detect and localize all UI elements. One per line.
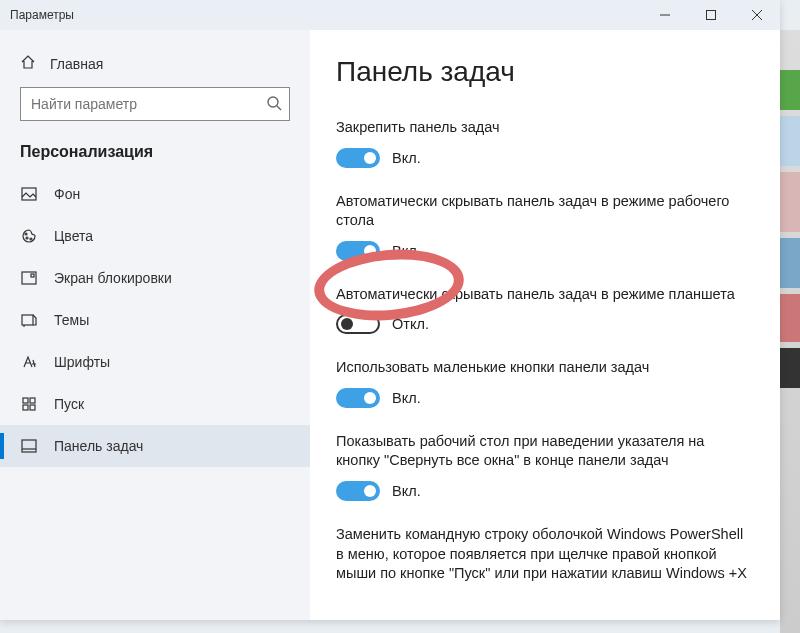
sidebar-item-themes[interactable]: Темы xyxy=(0,299,310,341)
setting-lock-taskbar: Закрепить панель задач Вкл. xyxy=(336,118,750,168)
sidebar: Главная Персонализация Фон Цвета Экра xyxy=(0,30,310,620)
search-icon xyxy=(266,95,282,115)
setting-autohide-tablet: Автоматически скрывать панель задач в ре… xyxy=(336,285,750,335)
toggle-autohide-desktop[interactable] xyxy=(336,241,380,261)
page-title: Панель задач xyxy=(336,56,750,88)
sidebar-nav: Фон Цвета Экран блокировки Темы Шрифты xyxy=(0,173,310,467)
maximize-button[interactable] xyxy=(688,0,734,30)
setting-label: Автоматически скрывать панель задач в ре… xyxy=(336,285,750,305)
themes-icon xyxy=(20,311,38,329)
svg-point-8 xyxy=(26,237,28,239)
nav-label: Шрифты xyxy=(54,354,110,370)
sidebar-item-fonts[interactable]: Шрифты xyxy=(0,341,310,383)
toggle-small-buttons[interactable] xyxy=(336,388,380,408)
sidebar-item-start[interactable]: Пуск xyxy=(0,383,310,425)
sidebar-item-colors[interactable]: Цвета xyxy=(0,215,310,257)
setting-label: Автоматически скрывать панель задач в ре… xyxy=(336,192,750,231)
nav-label: Панель задач xyxy=(54,438,143,454)
settings-window: Параметры Главная Персонализация Фон xyxy=(0,0,780,620)
fonts-icon xyxy=(20,353,38,371)
toggle-state: Вкл. xyxy=(392,390,421,406)
setting-powershell-replace: Заменить командную строку оболочкой Wind… xyxy=(336,525,750,584)
titlebar[interactable]: Параметры xyxy=(0,0,780,30)
search-input[interactable] xyxy=(20,87,290,121)
toggle-state: Вкл. xyxy=(392,150,421,166)
sidebar-section-heading: Персонализация xyxy=(0,143,310,173)
setting-label: Показывать рабочий стол при наведении ук… xyxy=(336,432,750,471)
close-button[interactable] xyxy=(734,0,780,30)
svg-line-5 xyxy=(277,106,281,110)
picture-icon xyxy=(20,185,38,203)
svg-rect-17 xyxy=(22,440,36,452)
palette-icon xyxy=(20,227,38,245)
window-title: Параметры xyxy=(0,8,642,22)
sidebar-item-home[interactable]: Главная xyxy=(0,48,310,87)
background-webpage-strip xyxy=(780,30,800,633)
setting-peek-desktop: Показывать рабочий стол при наведении ук… xyxy=(336,432,750,501)
lockscreen-icon xyxy=(20,269,38,287)
toggle-state: Откл. xyxy=(392,316,429,332)
svg-rect-15 xyxy=(23,405,28,410)
toggle-state: Вкл. xyxy=(392,243,421,259)
nav-label: Пуск xyxy=(54,396,84,412)
search-container xyxy=(20,87,290,121)
svg-point-9 xyxy=(30,238,32,240)
home-icon xyxy=(20,54,36,73)
toggle-peek-desktop[interactable] xyxy=(336,481,380,501)
svg-rect-14 xyxy=(30,398,35,403)
sidebar-item-taskbar[interactable]: Панель задач xyxy=(0,425,310,467)
minimize-button[interactable] xyxy=(642,0,688,30)
svg-point-4 xyxy=(268,97,278,107)
setting-label: Использовать маленькие кнопки панели зад… xyxy=(336,358,750,378)
svg-rect-16 xyxy=(30,405,35,410)
start-icon xyxy=(20,395,38,413)
taskbar-icon xyxy=(20,437,38,455)
home-label: Главная xyxy=(50,56,103,72)
setting-label: Заменить командную строку оболочкой Wind… xyxy=(336,525,750,584)
nav-label: Фон xyxy=(54,186,80,202)
sidebar-item-lockscreen[interactable]: Экран блокировки xyxy=(0,257,310,299)
svg-rect-6 xyxy=(22,188,36,200)
toggle-state: Вкл. xyxy=(392,483,421,499)
svg-rect-12 xyxy=(22,315,33,325)
svg-point-7 xyxy=(25,233,27,235)
svg-rect-1 xyxy=(707,11,716,20)
toggle-lock-taskbar[interactable] xyxy=(336,148,380,168)
svg-rect-11 xyxy=(31,274,34,277)
nav-label: Экран блокировки xyxy=(54,270,172,286)
sidebar-item-background[interactable]: Фон xyxy=(0,173,310,215)
svg-rect-13 xyxy=(23,398,28,403)
toggle-autohide-tablet[interactable] xyxy=(336,314,380,334)
nav-label: Темы xyxy=(54,312,89,328)
setting-small-buttons: Использовать маленькие кнопки панели зад… xyxy=(336,358,750,408)
main-panel: Панель задач Закрепить панель задач Вкл.… xyxy=(310,30,780,620)
setting-autohide-desktop: Автоматически скрывать панель задач в ре… xyxy=(336,192,750,261)
nav-label: Цвета xyxy=(54,228,93,244)
setting-label: Закрепить панель задач xyxy=(336,118,750,138)
